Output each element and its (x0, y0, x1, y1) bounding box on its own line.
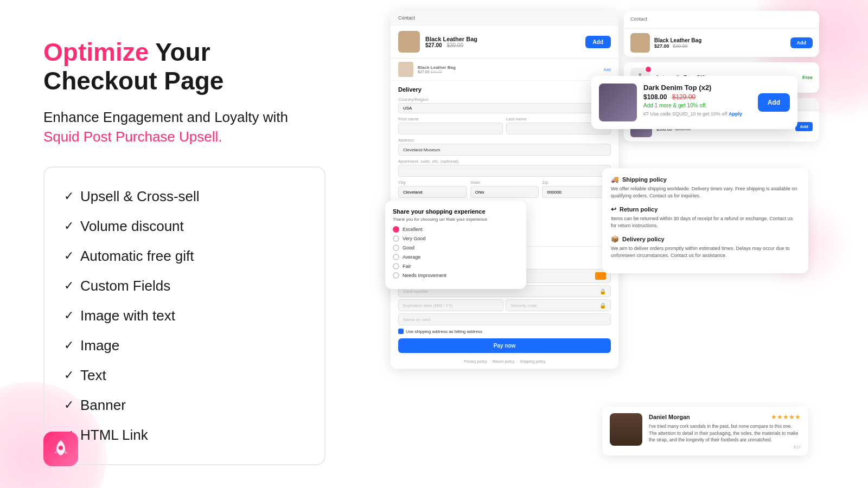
feature-html: ✓HTML Link (64, 421, 305, 449)
gift-badge (644, 66, 652, 73)
exp-fair: Fair (393, 263, 519, 269)
main-product-row: Black Leather Bag $27.00 $30.00 Add (391, 25, 618, 59)
upsell-product-image (630, 33, 650, 53)
popup-add-button[interactable]: Add (758, 93, 790, 112)
exp-good: Good (393, 245, 519, 251)
product-row-mini: Black Leather Bag $27.00 $30.00 Add (391, 59, 618, 81)
svg-point-0 (59, 446, 63, 450)
footer-links: Privacy policy · Return policy · Shippin… (398, 359, 611, 363)
headline-highlight: Optimize (43, 38, 149, 66)
reviewer-avatar (610, 413, 642, 446)
feature-list: ✓Upsell & Cross-sell ✓Volume discount ✓A… (43, 166, 326, 465)
security-field[interactable]: Security code 🔒 (506, 299, 611, 311)
experience-sub: Thank you for choosing us! Rate your exp… (393, 217, 519, 222)
billing-address-row: Use shipping address as billing address (398, 329, 611, 334)
left-panel: Optimize Your Checkout Page Enhance Enga… (0, 0, 358, 488)
first-name-field[interactable] (398, 123, 503, 134)
shipping-policy: 🚚 Shipping policy We offer reliable ship… (611, 176, 800, 199)
contact-header: Contact (391, 11, 618, 25)
main-headline: Optimize Your Checkout Page (43, 38, 326, 95)
logo-icon (43, 432, 78, 466)
exp-needs: Needs Improvement (393, 272, 519, 279)
free-badge: Free (802, 75, 813, 80)
mini-product-image (398, 62, 413, 77)
right-panel: Contact Black Leather Bag $27.00 $30.00 … (358, 0, 868, 488)
review-stars: ★★★★★ (771, 413, 801, 421)
upsell-main-card: Contact Black Leather Bag $27.00 $30.00 … (624, 11, 819, 57)
experience-popup: Share your shopping experience Thank you… (385, 201, 526, 289)
city-field[interactable]: Cleveland (398, 186, 467, 198)
country-field[interactable]: USA ▾ (398, 103, 611, 113)
return-policy: ↩ Return policy Items can be returned wi… (611, 206, 800, 229)
name-row: First name Last name (398, 117, 611, 134)
address-field[interactable]: Cleveland Museum (398, 144, 611, 156)
dark-denim-add-button[interactable]: Add (795, 122, 813, 131)
pay-now-button[interactable]: Pay now (398, 338, 611, 353)
popup-product-name: Dark Denim Top (x2) (643, 84, 751, 92)
feature-volume: ✓Volume discount (64, 213, 305, 240)
delivery-title: Delivery (398, 86, 611, 93)
privacy-link[interactable]: Privacy policy (464, 359, 487, 363)
shipping-policy-text: We offer reliable shipping worldwide. De… (611, 185, 800, 199)
logo-container (43, 432, 78, 466)
reviewer-name: Daniel Morgan (649, 414, 690, 420)
shipping-link[interactable]: Shipping policy (520, 359, 545, 363)
upsell-add-button[interactable]: Add (790, 37, 813, 48)
product-name: Black Leather Bag (425, 36, 580, 42)
exp-excellent: Excellent (393, 226, 519, 233)
name-on-card-field[interactable]: Name on card (398, 313, 611, 325)
mini-product-info: Black Leather Bag $27.00 $30.00 (418, 65, 599, 74)
refund-link[interactable]: Return policy (492, 359, 514, 363)
apt-field[interactable] (398, 165, 611, 177)
upsell-product-row: Black Leather Bag $27.00 $30.00 Add (624, 28, 819, 57)
product-add-button[interactable]: Add (585, 36, 611, 48)
product-image (398, 31, 420, 53)
expiry-field[interactable]: Expiration date (MM / YY) (398, 299, 503, 311)
feature-image: ✓Image (64, 332, 305, 359)
credit-card-icon (595, 272, 606, 280)
product-prices: $27.00 $30.00 (425, 42, 580, 48)
feature-banner: ✓Banner (64, 391, 305, 419)
feature-upsell: ✓Upsell & Cross-sell (64, 183, 305, 210)
subheadline: Enhance Engagement and Loyalty with Squi… (43, 107, 326, 147)
state-field[interactable]: Ohio (470, 186, 539, 198)
subheadline-line1: Enhance Engagement and Loyalty with (43, 109, 288, 125)
checkout-screenshot: Contact Black Leather Bag $27.00 $30.00 … (391, 11, 618, 369)
review-card: Daniel Morgan ★★★★★ I've tried many cork… (602, 407, 808, 455)
popup-discount-hint: 🏷 Use code SQUID_10 to get 10% off Apply (643, 111, 751, 117)
exp-average: Average (393, 254, 519, 260)
feature-image-text: ✓Image with text (64, 302, 305, 330)
delivery-policy: 📦 Delivery policy We aim to deliver orde… (611, 235, 800, 259)
return-policy-text: Items can be returned within 30 days of … (611, 215, 800, 229)
feature-free-gift: ✓Automatic free gift (64, 242, 305, 270)
exp-very-good: Very Good (393, 235, 519, 242)
subheadline-pink: Squid Post Purchase Upsell. (43, 129, 222, 145)
experience-title: Share your shopping experience (393, 208, 519, 215)
product-info: Black Leather Bag $27.00 $30.00 (425, 36, 580, 48)
review-date: 5/17 (649, 445, 801, 449)
billing-checkbox[interactable] (398, 329, 404, 334)
popup-promo: Add 1 more & get 10% off. (643, 102, 751, 108)
review-text: I've tried many cork sandals in the past… (649, 423, 801, 444)
rocket-icon (51, 439, 71, 459)
popup-upsell: Dark Denim Top (x2) $108.00 $129.00 Add … (591, 76, 797, 129)
zip-field[interactable]: 000000 (542, 186, 611, 198)
apply-link[interactable]: Apply (729, 111, 742, 117)
feature-text: ✓Text (64, 362, 305, 389)
policy-panel: 🚚 Shipping policy We offer reliable ship… (602, 168, 808, 273)
feature-custom-fields: ✓Custom Fields (64, 272, 305, 300)
delivery-policy-text: We aim to deliver orders promptly within… (611, 245, 800, 259)
popup-product-image (599, 84, 637, 121)
